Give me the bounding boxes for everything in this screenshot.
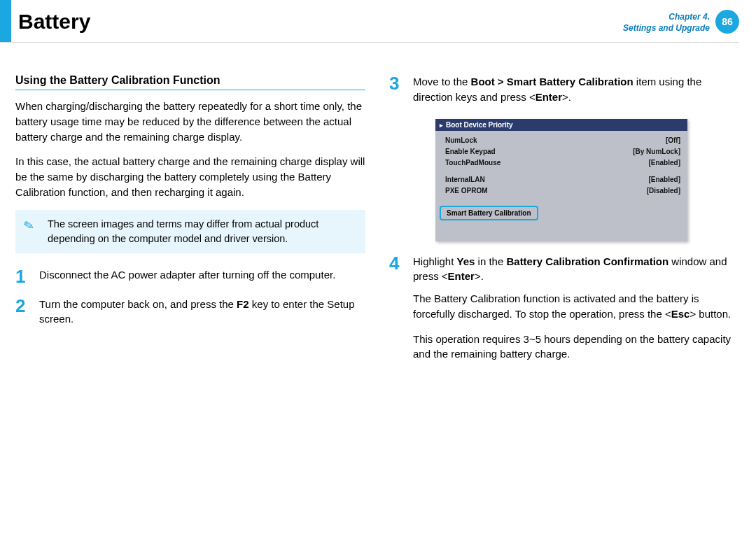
note-text: The screen images and terms may differ f… xyxy=(48,218,318,244)
t: Esc xyxy=(671,308,690,320)
t: Yes xyxy=(457,255,475,267)
bios-row-val: [Enabled] xyxy=(648,157,680,169)
note-callout: ✎ The screen images and terms may differ… xyxy=(15,210,365,253)
bios-row: PXE OPROM[Disabled] xyxy=(445,185,680,197)
step-2-key: F2 xyxy=(237,298,249,310)
bios-row: TouchPadMouse[Enabled] xyxy=(445,157,680,169)
intro-paragraph-2: In this case, the actual battery charge … xyxy=(15,154,365,199)
t: Battery Calibration Confirmation xyxy=(506,255,668,267)
content-columns: Using the Battery Calibration Function W… xyxy=(0,74,739,383)
header-divider xyxy=(0,42,739,43)
chapter-line-1: Chapter 4. xyxy=(623,11,710,22)
step-4-para-discharge: The Battery Calibration function is acti… xyxy=(413,291,739,322)
side-accent-bar xyxy=(0,0,11,42)
page-number-badge: 86 xyxy=(715,10,739,34)
step-1: 1 Disconnect the AC power adapter after … xyxy=(15,267,365,285)
step-2-number: 2 xyxy=(15,297,31,327)
bios-row-val: [Enabled] xyxy=(648,174,680,185)
bios-row-val: [Off] xyxy=(666,135,680,146)
bios-selected-item: Smart Battery Calibration xyxy=(440,206,538,220)
section-heading: Using the Battery Calibration Function xyxy=(15,74,365,90)
step-4-line1: Highlight Yes in the Battery Calibration… xyxy=(413,254,739,285)
page-title: Battery xyxy=(18,10,90,34)
step-3-text: Move to the Boot > Smart Battery Calibra… xyxy=(413,74,739,105)
step-4-number: 4 xyxy=(389,254,405,372)
t: >. xyxy=(475,270,484,282)
bios-row-key: PXE OPROM xyxy=(445,185,488,197)
t: > button. xyxy=(690,308,731,320)
bios-row: InternalLAN[Enabled] xyxy=(445,174,680,185)
intro-paragraph-1: When charging/discharging the battery re… xyxy=(15,99,365,144)
step-4: 4 Highlight Yes in the Battery Calibrati… xyxy=(389,254,739,372)
bios-row-key: Enable Keypad xyxy=(445,146,496,157)
step-4-body: Highlight Yes in the Battery Calibration… xyxy=(413,254,739,372)
step-3-text-a: Move to the xyxy=(413,76,471,87)
t: Highlight xyxy=(413,255,457,267)
bios-row-val: [By NumLock] xyxy=(633,146,680,157)
chapter-line-2: Settings and Upgrade xyxy=(623,22,710,34)
t: The Battery Calibration function is acti… xyxy=(413,292,699,320)
bios-row: NumLock[Off] xyxy=(445,135,680,146)
step-3-number: 3 xyxy=(389,74,405,105)
chapter-label: Chapter 4. Settings and Upgrade xyxy=(623,11,710,34)
bios-row-val: [Disabled] xyxy=(647,185,680,197)
bios-header: Boot Device Priority xyxy=(435,119,687,131)
step-3-path: Boot > Smart Battery Calibration xyxy=(471,76,634,87)
bios-row-key: NumLock xyxy=(445,135,477,146)
step-3-key: Enter xyxy=(536,91,562,103)
step-4-para-duration: This operation requires 3~5 hours depend… xyxy=(413,332,739,362)
step-3-text-c: >. xyxy=(562,91,571,103)
bios-rows-group-1: NumLock[Off] Enable Keypad[By NumLock] T… xyxy=(435,131,687,204)
step-2: 2 Turn the computer back on, and press t… xyxy=(15,297,365,327)
t: in the xyxy=(475,255,506,267)
page-header: Battery Chapter 4. Settings and Upgrade … xyxy=(15,13,739,43)
document-page: Battery Chapter 4. Settings and Upgrade … xyxy=(0,0,756,536)
step-2-text-a: Turn the computer back on, and press the xyxy=(39,298,237,310)
t: Enter xyxy=(448,270,475,282)
step-2-text: Turn the computer back on, and press the… xyxy=(39,297,365,327)
bios-row: Enable Keypad[By NumLock] xyxy=(445,146,680,157)
note-icon: ✎ xyxy=(22,216,36,236)
right-column: 3 Move to the Boot > Smart Battery Calib… xyxy=(389,74,739,383)
bios-screenshot: Boot Device Priority NumLock[Off] Enable… xyxy=(435,119,687,241)
step-1-text: Disconnect the AC power adapter after tu… xyxy=(39,267,335,285)
step-3: 3 Move to the Boot > Smart Battery Calib… xyxy=(389,74,739,105)
step-1-number: 1 xyxy=(15,267,31,285)
left-column: Using the Battery Calibration Function W… xyxy=(15,74,365,383)
bios-row-key: InternalLAN xyxy=(445,174,485,185)
bios-row-key: TouchPadMouse xyxy=(445,157,500,169)
